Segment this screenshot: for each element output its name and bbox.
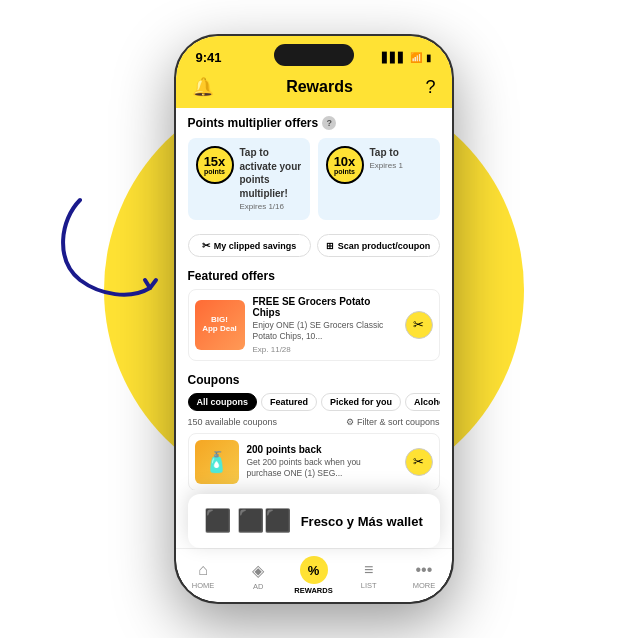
coupon-card[interactable]: 🧴 200 points back Get 200 points back wh…: [188, 433, 440, 490]
bell-icon[interactable]: 🔔: [192, 76, 214, 98]
signal-icon: ▋▋▋: [382, 52, 406, 63]
featured-title: Featured offers: [188, 269, 440, 283]
nav-home[interactable]: ⌂ HOME: [176, 561, 231, 590]
list-icon: ≡: [364, 561, 373, 579]
multiplier-cards: 15x points Tap to activate your points m…: [188, 138, 440, 220]
multiplier-value-10x: 10x: [334, 155, 356, 168]
nav-rewards-label: REWARDS: [294, 586, 332, 595]
app-header: 🔔 Rewards ?: [176, 72, 452, 108]
clip-deal-button[interactable]: ✂: [405, 311, 433, 339]
points-badge-10x: 10x points: [326, 146, 364, 184]
points-help-icon[interactable]: ?: [322, 116, 336, 130]
points-label-10x: points: [334, 168, 355, 175]
coupons-title: Coupons: [188, 373, 440, 387]
tab-featured[interactable]: Featured: [261, 393, 317, 411]
card2-expires: Expires 1: [370, 161, 403, 170]
page-title: Rewards: [286, 78, 353, 96]
coupons-section: Coupons All coupons Featured Picked for …: [176, 367, 452, 490]
nav-home-label: HOME: [192, 581, 215, 590]
filter-tabs: All coupons Featured Picked for you Alco…: [188, 393, 440, 411]
filter-sort-label[interactable]: ⚙ Filter & sort coupons: [346, 417, 440, 427]
card1-text: Tap to activate your points multiplier! …: [240, 146, 302, 212]
points-badge-15x: 15x points: [196, 146, 234, 184]
featured-product-image: BIG!App Deal: [195, 300, 245, 350]
scissors-icon: ✂: [202, 240, 210, 251]
card1-cta: Tap to activate your points multiplier!: [240, 147, 302, 199]
wallet-label: Fresco y Más wallet: [301, 514, 423, 529]
dynamic-island: [274, 44, 354, 66]
wallet-barcode-icon: ⬛ ⬛⬛: [204, 508, 291, 534]
scene: 9:41 ▋▋▋ 📶 ▮ 🔔 Rewards ? Points multipli: [0, 0, 627, 638]
card2-cta: Tap to: [370, 147, 399, 158]
points-section-title: Points multiplier offers: [188, 116, 319, 130]
featured-section: Featured offers BIG!App Deal FREE SE Gro…: [176, 263, 452, 366]
phone: 9:41 ▋▋▋ 📶 ▮ 🔔 Rewards ? Points multipli: [174, 34, 454, 604]
nav-more-label: MORE: [413, 581, 436, 590]
more-icon: •••: [416, 561, 433, 579]
tab-picked-for-you[interactable]: Picked for you: [321, 393, 401, 411]
status-time: 9:41: [196, 50, 222, 65]
tab-alcohol[interactable]: Alcohol: [405, 393, 439, 411]
wallet-sheet[interactable]: ⬛ ⬛⬛ Fresco y Más wallet: [188, 494, 440, 548]
nav-list[interactable]: ≡ LIST: [341, 561, 396, 590]
featured-info: FREE SE Grocers Potato Chips Enjoy ONE (…: [253, 296, 397, 353]
nav-ad[interactable]: ◈ AD: [231, 561, 286, 591]
points-label-15x: points: [204, 168, 225, 175]
card1-expires: Expires 1/16: [240, 202, 284, 211]
clipped-savings-button[interactable]: ✂ My clipped savings: [188, 234, 311, 257]
multiplier-value-15x: 15x: [204, 155, 226, 168]
wifi-icon: 📶: [410, 52, 422, 63]
coupons-meta: 150 available coupons ⚙ Filter & sort co…: [188, 417, 440, 427]
section-title-row: Points multiplier offers ?: [188, 116, 440, 130]
nav-ad-label: AD: [253, 582, 263, 591]
coupon-product-image: 🧴: [195, 440, 239, 484]
coupon-info: 200 points back Get 200 points back when…: [247, 444, 397, 479]
tab-all-coupons[interactable]: All coupons: [188, 393, 258, 411]
scroll-content: Points multiplier offers ? 15x points Ta…: [176, 108, 452, 490]
scan-label: Scan product/coupon: [338, 241, 431, 251]
rewards-icon-circle: %: [300, 556, 328, 584]
multiplier-card-15x[interactable]: 15x points Tap to activate your points m…: [188, 138, 310, 220]
bottom-nav: ⌂ HOME ◈ AD % REWARDS ≡ LIST: [176, 548, 452, 602]
featured-deal-title: FREE SE Grocers Potato Chips: [253, 296, 397, 318]
featured-deal-desc: Enjoy ONE (1) SE Grocers Classic Potato …: [253, 320, 397, 342]
action-buttons-row: ✂ My clipped savings ⊞ Scan product/coup…: [176, 228, 452, 263]
multiplier-card-10x[interactable]: 10x points Tap to Expires 1: [318, 138, 440, 220]
status-icons: ▋▋▋ 📶 ▮: [382, 52, 432, 63]
nav-more[interactable]: ••• MORE: [396, 561, 451, 590]
card2-text: Tap to Expires 1: [370, 146, 403, 171]
clipped-label: My clipped savings: [214, 241, 297, 251]
arrow-decoration: [50, 180, 190, 310]
phone-screen: 9:41 ▋▋▋ 📶 ▮ 🔔 Rewards ? Points multipli: [176, 36, 452, 602]
coupon-title: 200 points back: [247, 444, 397, 455]
barcode-scan-icon: ⊞: [326, 241, 334, 251]
nav-rewards[interactable]: % REWARDS: [286, 556, 341, 595]
clip-coupon-button[interactable]: ✂: [405, 448, 433, 476]
battery-icon: ▮: [426, 52, 432, 63]
nav-list-label: LIST: [361, 581, 377, 590]
rewards-icon: %: [308, 563, 320, 578]
scan-button[interactable]: ⊞ Scan product/coupon: [317, 234, 440, 257]
ad-icon: ◈: [252, 561, 264, 580]
featured-card[interactable]: BIG!App Deal FREE SE Grocers Potato Chip…: [188, 289, 440, 360]
coupon-desc: Get 200 points back when you purchase ON…: [247, 457, 397, 479]
coupons-count: 150 available coupons: [188, 417, 278, 427]
points-multiplier-section: Points multiplier offers ? 15x points Ta…: [176, 108, 452, 228]
home-icon: ⌂: [198, 561, 208, 579]
featured-expiry: Exp. 11/28: [253, 345, 397, 354]
help-icon[interactable]: ?: [425, 77, 435, 98]
